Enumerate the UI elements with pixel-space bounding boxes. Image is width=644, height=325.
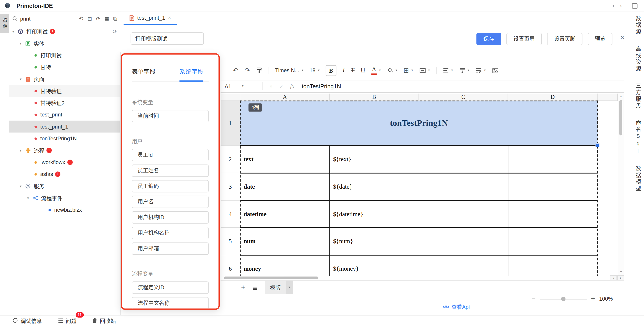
scroll-up-icon[interactable]: ▴ — [618, 94, 624, 98]
redo-icon[interactable]: ↷ — [244, 67, 250, 73]
column-header-B[interactable]: B — [330, 93, 419, 101]
borders-button[interactable]: ⊞ ▾ — [404, 67, 413, 73]
zoom-out-icon[interactable]: − — [532, 296, 536, 303]
resources-strip-tab[interactable]: 资源 — [0, 14, 9, 33]
strip-tab-third-party[interactable]: 三方服务 — [634, 83, 642, 109]
nav-forward-icon[interactable]: › — [620, 2, 622, 9]
expander-icon[interactable]: ▾ — [20, 148, 24, 152]
field-chip-flow-def-id[interactable]: 流程定义ID — [132, 282, 208, 294]
preview-button[interactable]: 预览 — [588, 33, 612, 45]
template-name-input[interactable]: 打印模版测试 — [131, 32, 204, 45]
expander-icon[interactable]: ▾ — [20, 77, 24, 81]
cell-B4[interactable]: ${datetime} — [330, 201, 494, 228]
field-chip-employee-name[interactable]: 员工姓名 — [132, 165, 208, 177]
font-family-select[interactable]: Times N... ▾ — [275, 67, 303, 73]
bold-button[interactable]: B — [326, 65, 336, 76]
expander-icon[interactable]: ▾ — [20, 184, 24, 188]
scroll-left-button[interactable]: ◂ — [610, 275, 617, 280]
strip-tab-named-sql[interactable]: 命名Sql — [634, 120, 642, 155]
project-sync-icon[interactable]: ⟳ — [112, 28, 117, 35]
vertical-scroll-thumb[interactable] — [620, 100, 622, 135]
sheet-tab-template[interactable]: 模版 ▾ — [265, 281, 293, 294]
tree-item-page[interactable]: 甘特验证 — [9, 85, 120, 97]
row-header-6[interactable]: 6 — [221, 255, 240, 276]
cell-B3[interactable]: ${date} — [330, 173, 494, 201]
formula-input[interactable]: tonTestPring1N — [302, 83, 341, 89]
sheet-list-icon[interactable]: ≣ — [253, 284, 258, 291]
merged-cell-A1[interactable]: tonTestPring1N — [240, 101, 598, 146]
scroll-down-icon[interactable]: ▾ — [618, 270, 624, 274]
scroll-right-button[interactable]: ▸ — [617, 275, 624, 280]
locate-icon[interactable]: ⊡ — [86, 16, 93, 21]
fill-handle[interactable] — [596, 143, 600, 147]
font-size-select[interactable]: 18 ▾ — [310, 67, 320, 73]
tree-item-page[interactable]: tonTestPring1N — [9, 133, 120, 144]
zoom-in-icon[interactable]: + — [591, 296, 595, 303]
tab-test-print-1[interactable]: test_print_1 × — [124, 11, 177, 25]
tree-item-workflow[interactable]: asfas 1 — [9, 168, 120, 180]
italic-icon[interactable]: I — [342, 67, 344, 73]
strip-tab-data-model[interactable]: 数据模型 — [634, 166, 642, 192]
cell-B6[interactable]: ${money} — [330, 255, 494, 276]
layout-toggle-icon[interactable] — [632, 3, 638, 8]
tree-item-workflows[interactable]: ▾ 流程 1 — [9, 144, 120, 156]
fill-color-button[interactable]: ▾ — [387, 67, 397, 73]
field-chip-user-email[interactable]: 用户邮箱 — [132, 243, 208, 255]
field-chip-employee-code[interactable]: 员工编码 — [132, 180, 208, 192]
cancel-entry-icon[interactable]: × — [270, 83, 272, 89]
save-button[interactable]: 保存 — [476, 33, 501, 45]
cell-A4[interactable]: datetime — [240, 201, 330, 228]
merge-cells-button[interactable]: ▾ — [419, 67, 430, 73]
cell-A2[interactable]: text — [240, 146, 330, 173]
tree-item-page[interactable]: 甘特验证2 — [9, 97, 120, 109]
new-file-icon[interactable]: ⧉ — [112, 16, 118, 21]
format-painter-icon[interactable] — [256, 67, 262, 73]
vertical-scrollbar[interactable]: ▴ ▾ — [618, 93, 624, 276]
row-header-3[interactable]: 3 — [221, 173, 240, 201]
row-header-5[interactable]: 5 — [221, 228, 240, 255]
strip-tab-data-source[interactable]: 数据源 — [634, 16, 642, 35]
cell-A5[interactable]: num — [240, 228, 330, 255]
set-page-footer-button[interactable]: 设置页脚 — [547, 33, 582, 45]
add-sheet-icon[interactable]: + — [241, 283, 245, 292]
field-chip-org-name[interactable]: 用户机构名称 — [132, 227, 208, 239]
horizontal-scrollbar[interactable] — [221, 276, 610, 280]
tree-item-pages[interactable]: ▾ 页面 — [9, 73, 120, 85]
search-input[interactable]: print — [20, 15, 30, 22]
tab-system-fields[interactable]: 系统字段 — [180, 67, 203, 82]
strip-tab-offline-resources[interactable]: 离线资源 — [634, 46, 642, 72]
horizontal-align-button[interactable]: ▾ — [442, 68, 453, 73]
tab-close-icon[interactable]: × — [168, 15, 171, 21]
set-page-header-button[interactable]: 设置页眉 — [506, 33, 542, 45]
cell-name-box[interactable]: A1 ▾ — [221, 82, 263, 90]
tree-item-services[interactable]: ▾ 服务 — [9, 180, 120, 192]
collapse-all-icon[interactable]: ≣ — [104, 16, 110, 21]
tree-item-entity[interactable]: 打印测试 — [9, 49, 120, 61]
view-api-link[interactable]: 查看Api — [443, 303, 470, 311]
row-header-2[interactable]: 2 — [221, 146, 240, 173]
recycle-bin-item[interactable]: 回收站 — [92, 317, 116, 324]
horizontal-scroll-thumb[interactable] — [224, 277, 318, 279]
nav-back-icon[interactable]: ‹ — [612, 2, 615, 9]
tree-item-event[interactable]: newbiz.bizx — [9, 204, 120, 216]
vertical-align-button[interactable]: ▾ — [459, 67, 469, 73]
tree-item-entity[interactable]: 甘特 — [9, 61, 120, 73]
underline-icon[interactable]: U — [361, 67, 365, 73]
tree-item-page-selected[interactable]: test_print_1 — [9, 121, 120, 133]
debug-info-item[interactable]: 调试信息 — [12, 317, 42, 324]
strikethrough-icon[interactable]: T — [351, 67, 355, 73]
undo-icon[interactable]: ↶ — [233, 67, 238, 73]
tree-item-workflow[interactable]: .workflowx 1 — [9, 156, 120, 168]
tab-form-fields[interactable]: 表单字段 — [132, 67, 156, 81]
expander-icon[interactable]: ▾ — [12, 29, 17, 33]
column-header-C[interactable]: C — [419, 93, 508, 101]
tree-item-flow-events[interactable]: ▾ 流程事件 — [9, 192, 120, 204]
zoom-slider-handle[interactable] — [561, 296, 565, 301]
cell-A6[interactable]: money — [240, 255, 330, 276]
function-icon[interactable]: fx — [290, 83, 294, 89]
field-chip-org-id[interactable]: 用户机构ID — [132, 211, 208, 224]
field-chip-employee-id[interactable]: 员工Id — [132, 149, 208, 161]
field-chip-username[interactable]: 用户名 — [132, 196, 208, 208]
column-header-A[interactable]: A — [240, 93, 330, 101]
cell-A3[interactable]: date — [240, 173, 330, 201]
